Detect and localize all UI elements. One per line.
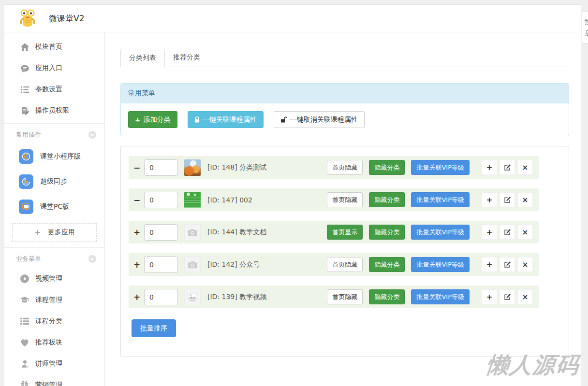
divider (4, 123, 104, 124)
sidebar-item-label: 操作员权限 (35, 106, 69, 115)
tab-category-list[interactable]: 分类列表 (120, 49, 165, 67)
sidebar-item-module-home[interactable]: 模块首页 (4, 36, 104, 57)
document-icon (20, 106, 29, 115)
sidebar-item-recommend-blocks[interactable]: 推荐板块 (4, 332, 104, 353)
sliders-icon (20, 85, 29, 94)
add-subcategory-button[interactable]: + (482, 225, 497, 240)
sidebar-item-lecturer-management[interactable]: 讲师管理 (4, 353, 104, 374)
sort-order-input[interactable] (144, 289, 178, 305)
category-id-label: [ID: 148] 分类测试 (207, 163, 266, 172)
list-icon (20, 316, 29, 326)
vip-link-button[interactable]: 批量关联VIP等级 (411, 192, 470, 207)
sort-order-input[interactable] (144, 159, 178, 176)
unlock-icon (280, 116, 287, 123)
batch-sort-button[interactable]: 批量排序 (132, 319, 176, 337)
home-visibility-button[interactable]: 首页隐藏 (327, 160, 363, 175)
home-visibility-button[interactable]: 首页隐藏 (327, 289, 363, 304)
app-title: 微课堂V2 (49, 13, 84, 24)
sidebar: 模块首页 应用入口 参数设置 操作员权限 常用插件 (4, 32, 105, 386)
category-id-label: [ID: 144] 教学文档 (207, 228, 266, 237)
category-row: + [ID: 139] 教学视频 首页隐藏 隐藏分类 批量关联VIP等级 + × (129, 286, 539, 308)
clipped-edge-widget: 预览 启用 (582, 12, 588, 43)
hide-category-button[interactable]: 隐藏分类 (369, 160, 405, 175)
vip-link-button[interactable]: 批量关联VIP等级 (411, 257, 470, 272)
sort-order-input[interactable] (144, 192, 178, 208)
hide-category-button[interactable]: 隐藏分类 (369, 225, 405, 240)
add-subcategory-button[interactable]: + (482, 192, 497, 207)
expand-toggle[interactable]: + (133, 292, 144, 302)
home-visibility-button[interactable]: 首页显示 (327, 225, 363, 240)
sidebar-item-label: 推荐板块 (35, 338, 62, 347)
more-apps-label: 更多应用 (48, 228, 75, 237)
sidebar-item-super-sync[interactable]: 超级同步 (4, 169, 104, 194)
lecturer-icon (20, 359, 29, 369)
home-visibility-button[interactable]: 首页隐藏 (327, 257, 363, 272)
edit-category-button[interactable] (500, 225, 515, 240)
top-header: 微课堂V2 (4, 5, 581, 32)
vip-link-button[interactable]: 批量关联VIP等级 (411, 289, 470, 304)
plus-icon: + (135, 116, 141, 124)
add-subcategory-button[interactable]: + (482, 257, 497, 272)
expand-toggle[interactable]: + (133, 228, 144, 237)
sidebar-section-business[interactable]: 业务菜单 (4, 250, 104, 268)
delete-category-button[interactable]: × (517, 257, 533, 272)
edit-category-button[interactable] (500, 257, 515, 272)
sidebar-item-label: 课程管理 (35, 296, 62, 304)
expand-toggle[interactable]: + (133, 260, 144, 270)
unlink-course-attrs-button[interactable]: 一键取消关联课程属性 (274, 111, 365, 128)
sidebar-item-label: 参数设置 (35, 85, 62, 94)
hide-category-button[interactable]: 隐藏分类 (369, 289, 405, 304)
vip-link-button[interactable]: 批量关联VIP等级 (411, 225, 470, 240)
category-row: − [ID: 147] 002 首页隐藏 隐藏分类 批量关联VIP等级 + × (129, 188, 539, 211)
hide-category-button[interactable]: 隐藏分类 (369, 257, 405, 272)
category-id-label: [ID: 147] 002 (207, 196, 252, 204)
vip-link-button[interactable]: 批量关联VIP等级 (411, 160, 470, 175)
frog-mascot-logo-icon (19, 9, 36, 28)
delete-category-button[interactable]: × (517, 192, 533, 207)
edit-icon (504, 164, 511, 171)
delete-category-button[interactable]: × (517, 160, 533, 175)
delete-category-button[interactable]: × (517, 225, 533, 240)
hide-category-button[interactable]: 隐藏分类 (369, 192, 405, 207)
link-course-attrs-button[interactable]: 一键关联课程属性 (188, 111, 264, 128)
sidebar-item-label: 模块首页 (35, 43, 62, 51)
collapse-toggle[interactable]: − (133, 195, 144, 205)
section-title: 业务菜单 (16, 255, 41, 263)
category-id-label: [ID: 142] 公众号 (207, 260, 260, 269)
add-subcategory-button[interactable]: + (482, 160, 497, 175)
sidebar-item-course-management[interactable]: 课程管理 (4, 289, 104, 311)
sidebar-item-video-management[interactable]: 视频管理 (4, 268, 104, 289)
add-subcategory-button[interactable]: + (482, 289, 497, 304)
sidebar-item-pc-version[interactable]: 课堂PC版 (4, 194, 104, 219)
sidebar-item-label: 课堂小程序版 (40, 152, 81, 161)
category-row: − [ID: 148] 分类测试 首页隐藏 隐藏分类 批量关联VIP等级 + × (129, 156, 539, 179)
sort-order-input[interactable] (144, 224, 178, 241)
edit-category-button[interactable] (500, 192, 515, 207)
sidebar-item-label: 课堂PC版 (40, 202, 69, 211)
sidebar-section-plugins[interactable]: 常用插件 (4, 126, 104, 144)
sidebar-item-label: 应用入口 (35, 64, 62, 72)
heart-icon (20, 338, 29, 347)
sort-order-input[interactable] (144, 257, 178, 273)
category-row: + [ID: 142] 公众号 首页隐藏 隐藏分类 批量关联VIP等级 + × (129, 253, 539, 276)
sidebar-item-operator-permissions[interactable]: 操作员权限 (4, 100, 104, 121)
sidebar-item-label: 讲师管理 (35, 359, 62, 368)
edit-category-button[interactable] (500, 160, 515, 175)
miniprogram-app-icon (19, 149, 33, 164)
chevron-down-icon (88, 255, 97, 263)
edit-category-button[interactable] (500, 289, 515, 304)
sidebar-item-course-categories[interactable]: 课程分类 (4, 311, 104, 332)
collapse-toggle[interactable]: − (133, 163, 144, 172)
sidebar-item-miniprogram[interactable]: 课堂小程序版 (4, 144, 104, 169)
tab-recommended-categories[interactable]: 推荐分类 (165, 49, 208, 67)
add-category-button[interactable]: + 添加分类 (128, 111, 177, 128)
home-icon (20, 42, 29, 52)
sidebar-item-settings[interactable]: 参数设置 (4, 79, 104, 100)
delete-category-button[interactable]: × (517, 289, 533, 304)
more-apps-button[interactable]: + 更多应用 (12, 223, 97, 242)
sidebar-item-app-entry[interactable]: 应用入口 (4, 57, 104, 79)
edit-icon (504, 261, 511, 268)
home-visibility-button[interactable]: 首页隐藏 (327, 192, 363, 207)
category-thumbnail (184, 192, 201, 208)
sidebar-item-marketing-management[interactable]: 营销管理 (4, 374, 104, 386)
